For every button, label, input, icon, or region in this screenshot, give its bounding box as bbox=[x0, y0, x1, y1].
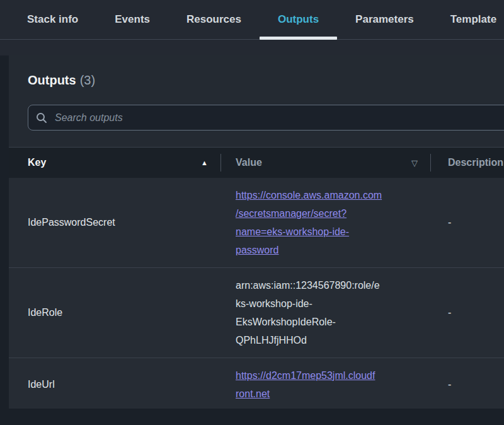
output-key: IdeRole bbox=[9, 268, 220, 358]
output-value-cell: https://console.aws.amazon.com/secretsma… bbox=[220, 178, 430, 267]
output-value-text: arn:aws:iam::1234567890:role/eks-worksho… bbox=[236, 280, 380, 346]
tab-stack-info[interactable]: Stack info bbox=[9, 0, 96, 39]
column-label-description: Description bbox=[448, 157, 503, 168]
column-label-key: Key bbox=[28, 157, 46, 168]
stack-tab-bar: Stack infoEventsResourcesOutputsParamete… bbox=[0, 0, 504, 40]
table-row: IdePasswordSecrethttps://console.aws.ama… bbox=[9, 178, 504, 267]
tab-events[interactable]: Events bbox=[96, 0, 168, 39]
tab-outputs[interactable]: Outputs bbox=[260, 0, 337, 39]
output-description: - bbox=[430, 268, 504, 358]
output-value-cell: https://d2cm17mep53jml.cloudfront.net bbox=[220, 358, 430, 409]
column-header-key[interactable]: Key ▲ bbox=[9, 148, 220, 178]
output-key: IdePasswordSecret bbox=[9, 178, 220, 267]
output-description: - bbox=[430, 358, 504, 409]
tab-parameters[interactable]: Parameters bbox=[337, 0, 432, 39]
outputs-table: Key ▲ Value ▽ Description IdePasswordSec… bbox=[9, 147, 504, 409]
table-body: IdePasswordSecrethttps://console.aws.ama… bbox=[9, 178, 504, 409]
search-box bbox=[28, 105, 504, 131]
tab-resources[interactable]: Resources bbox=[168, 0, 260, 39]
sort-descending-icon: ▽ bbox=[411, 158, 418, 168]
panel-title: Outputs(3) bbox=[28, 71, 504, 90]
table-row: IdeRolearn:aws:iam::1234567890:role/eks-… bbox=[9, 267, 504, 358]
outputs-count-badge: (3) bbox=[80, 73, 95, 87]
tab-strip: Stack infoEventsResourcesOutputsParamete… bbox=[0, 0, 504, 55]
output-value-link[interactable]: https://console.aws.amazon.com/secretsma… bbox=[236, 190, 382, 255]
column-label-value: Value bbox=[236, 157, 262, 168]
sort-ascending-icon: ▲ bbox=[201, 159, 208, 166]
output-value-link[interactable]: https://d2cm17mep53jml.cloudfront.net bbox=[236, 370, 375, 399]
tab-template[interactable]: Template bbox=[432, 0, 504, 39]
column-header-description[interactable]: Description bbox=[430, 148, 504, 178]
outputs-panel: Outputs(3) Key ▲ Value ▽ Description Ide… bbox=[9, 55, 504, 409]
table-header-row: Key ▲ Value ▽ Description bbox=[9, 147, 504, 178]
panel-title-text: Outputs bbox=[28, 73, 76, 87]
column-header-value[interactable]: Value ▽ bbox=[220, 148, 430, 178]
search-icon bbox=[36, 112, 47, 124]
search-input[interactable] bbox=[54, 112, 504, 124]
output-value-cell: arn:aws:iam::1234567890:role/eks-worksho… bbox=[220, 268, 430, 358]
table-row: IdeUrlhttps://d2cm17mep53jml.cloudfront.… bbox=[9, 358, 504, 409]
output-description: - bbox=[430, 178, 504, 267]
output-key: IdeUrl bbox=[9, 358, 220, 409]
